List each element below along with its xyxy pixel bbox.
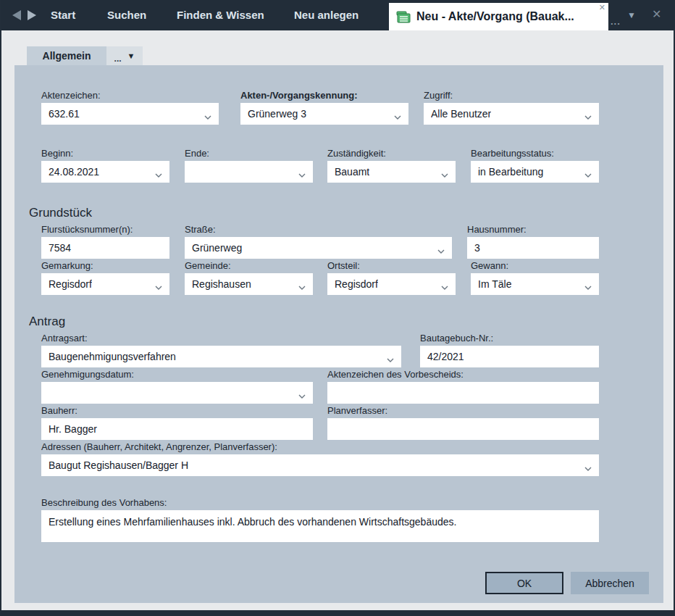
field-label: Gemarkung: — [41, 260, 169, 271]
gemarkung-combobox[interactable]: Regisdorf — [41, 273, 169, 295]
field-label: Gemeinde: — [185, 260, 313, 271]
combobox-value: Baugenehmigungsverfahren — [49, 351, 176, 362]
field-label: Flurstücksnummer(n): — [41, 224, 169, 235]
chevron-down-icon — [204, 111, 212, 122]
combobox-value: 632.61 — [49, 108, 80, 120]
green-folder-icon — [396, 11, 411, 23]
adressen-combobox[interactable]: Baugut Regishausen/Bagger H — [41, 454, 599, 476]
bearbeitungsstatus-combobox[interactable]: in Bearbeitung — [471, 161, 599, 183]
field-label: Bearbeitungsstatus: — [471, 148, 599, 159]
field-label: Antragsart: — [41, 333, 401, 344]
top-tab-bar: Start Suchen Finden & Wissen Neu anlegen… — [1, 0, 674, 30]
chevron-down-icon — [154, 281, 163, 293]
field-label: Gewann: — [471, 260, 599, 271]
strasse-combobox[interactable]: Grünerweg — [185, 237, 452, 259]
combobox-value: 24.08.2021 — [49, 166, 99, 178]
hausnummer-input[interactable] — [467, 237, 599, 259]
tab-start[interactable]: Start — [51, 0, 75, 30]
field-aktenzeichen: Aktenzeichen: 632.61 — [41, 90, 219, 125]
combobox-value: Regisdorf — [335, 278, 378, 290]
field-zugriff: Zugriff: Alle Benutzer — [424, 90, 599, 125]
field-label: Adressen (Bauherr, Architekt, Angrenzer,… — [41, 441, 599, 452]
bautagebuch-input[interactable] — [420, 346, 599, 367]
nav-back-icon[interactable] — [10, 9, 22, 24]
gewann-combobox[interactable]: Im Täle — [471, 273, 599, 295]
field-label: Aktenzeichen des Vorbescheids: — [327, 369, 599, 380]
field-planverfasser: Planverfasser: — [327, 405, 599, 440]
window-bottom-border — [1, 610, 674, 616]
field-label: Ende: — [185, 148, 313, 159]
aktenzeichen-combobox[interactable]: 632.61 — [41, 103, 219, 125]
tab-finden-wissen[interactable]: Finden & Wissen — [177, 0, 264, 30]
section-header-antrag: Antrag — [29, 315, 65, 329]
combobox-value: Grünerweg 3 — [248, 108, 306, 120]
zugriff-combobox[interactable]: Alle Benutzer — [424, 103, 599, 125]
chevron-down-icon — [584, 462, 592, 474]
beschreibung-textarea[interactable]: Erstellung eines Mehrfamilienhauses inkl… — [41, 510, 599, 542]
window-close-icon[interactable]: ✕ — [652, 7, 661, 21]
field-gemarkung: Gemarkung: Regisdorf — [41, 260, 169, 295]
application-window: Start Suchen Finden & Wissen Neu anlegen… — [0, 0, 675, 616]
tab-neu-akte-vorgang-active[interactable]: Neu - Akte/Vorgang (Bauak... ✕ — [389, 3, 608, 30]
field-adressen: Adressen (Bauherr, Architekt, Angrenzer,… — [41, 441, 599, 476]
section-header-grundstueck: Grundstück — [29, 206, 92, 220]
combobox-value: Im Täle — [478, 278, 511, 290]
field-bautagebuch: Bautagebuch-Nr.: — [420, 333, 599, 367]
chevron-down-icon — [584, 281, 592, 293]
ok-button[interactable]: OK — [485, 572, 563, 594]
chevron-down-icon — [386, 354, 395, 365]
field-ende: Ende: — [185, 148, 313, 183]
ende-combobox[interactable] — [185, 161, 313, 183]
antragsart-combobox[interactable]: Baugenehmigungsverfahren — [41, 346, 401, 367]
combobox-value: Alle Benutzer — [431, 108, 491, 120]
field-label: Beginn: — [41, 148, 169, 159]
combobox-value: Bauamt — [335, 166, 369, 178]
field-label: Genehmigungsdatum: — [41, 369, 313, 380]
chevron-down-icon — [584, 169, 592, 180]
field-gemeinde: Gemeinde: Regishausen — [185, 260, 313, 295]
field-beschreibung: Beschreibung des Vorhabens: Erstellung e… — [41, 497, 599, 542]
field-kennung: Akten-/Vorgangskennung: Grünerweg 3 — [240, 90, 408, 125]
tab-allgemein[interactable]: Allgemein — [27, 46, 106, 65]
nav-forward-icon[interactable] — [26, 9, 38, 24]
field-ortsteil: Ortsteil: Regisdorf — [327, 260, 456, 295]
combobox-value: Baugut Regishausen/Bagger H — [49, 459, 188, 471]
chevron-down-icon — [393, 111, 402, 122]
zustaendigkeit-combobox[interactable]: Bauamt — [327, 161, 456, 183]
combobox-value: Regishausen — [192, 278, 251, 290]
page-tab-strip: Allgemein ... ▼ — [1, 30, 674, 65]
page-tab-overflow[interactable]: ... ▼ — [106, 46, 143, 65]
chevron-down-icon — [298, 169, 306, 180]
chevron-down-icon — [584, 111, 592, 122]
combobox-value: Grünerweg — [192, 242, 242, 254]
vorbescheid-input[interactable] — [327, 382, 599, 404]
kennung-combobox[interactable]: Grünerweg 3 — [240, 103, 408, 125]
field-label: Zuständigkeit: — [327, 148, 456, 159]
field-label: Zugriff: — [424, 90, 599, 101]
field-beginn: Beginn: 24.08.2021 — [41, 148, 169, 183]
field-label: Planverfasser: — [327, 405, 599, 416]
cancel-button[interactable]: Abbrechen — [571, 572, 649, 594]
bauherr-input[interactable] — [41, 418, 313, 440]
tab-close-icon[interactable]: ✕ — [599, 4, 605, 12]
field-genehmigungsdatum: Genehmigungsdatum: — [41, 369, 313, 404]
tab-list-dropdown-icon[interactable]: ▼ — [627, 10, 636, 20]
field-zustaendigkeit: Zuständigkeit: Bauamt — [327, 148, 456, 183]
gemeinde-combobox[interactable]: Regishausen — [185, 273, 313, 295]
tab-suchen[interactable]: Suchen — [107, 0, 146, 30]
field-label: Straße: — [185, 224, 452, 235]
field-bearbeitungsstatus: Bearbeitungsstatus: in Bearbeitung — [471, 148, 599, 183]
beginn-combobox[interactable]: 24.08.2021 — [41, 161, 169, 183]
ortsteil-combobox[interactable]: Regisdorf — [327, 273, 456, 295]
field-label: Ortsteil: — [327, 260, 456, 271]
tab-overflow-icon[interactable]: ... — [611, 16, 621, 27]
field-label: Aktenzeichen: — [41, 90, 219, 101]
planverfasser-input[interactable] — [327, 418, 599, 440]
tab-neu-anlegen[interactable]: Neu anlegen — [294, 0, 359, 30]
field-label: Bautagebuch-Nr.: — [420, 333, 599, 344]
chevron-down-icon — [298, 281, 306, 293]
genehmigungsdatum-combobox[interactable] — [41, 382, 313, 404]
field-bauherr: Bauherr: — [41, 405, 313, 440]
flurstuecksnummer-input[interactable] — [41, 237, 169, 259]
chevron-down-icon — [298, 390, 306, 401]
